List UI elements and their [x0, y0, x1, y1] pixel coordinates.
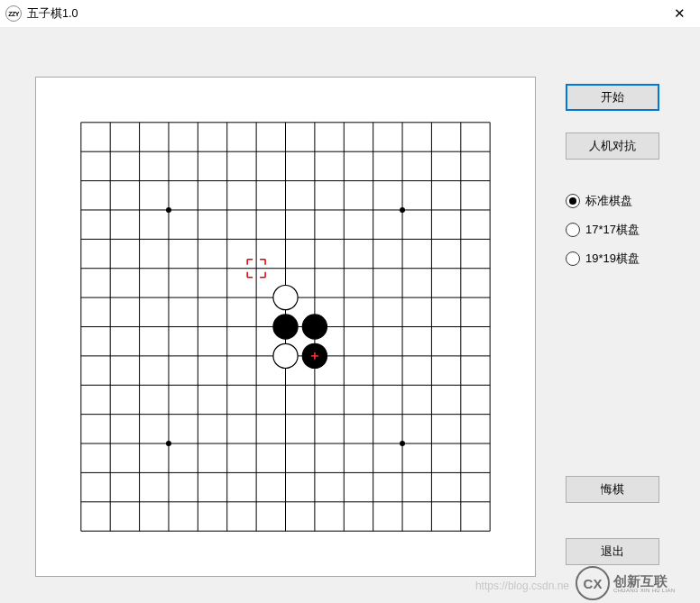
radio-icon — [566, 194, 580, 208]
watermark-logo-cn: 创新互联 — [613, 574, 675, 588]
svg-point-43 — [273, 286, 298, 310]
window-title: 五子棋1.0 — [27, 6, 659, 22]
radio-17[interactable]: 17*17棋盘 — [566, 222, 692, 238]
app-icon: ZZY — [5, 5, 22, 22]
close-icon[interactable]: ✕ — [659, 0, 700, 27]
client-area: 开始 人机对抗 标准棋盘17*17棋盘19*19棋盘 悔棋 退出 https:/… — [0, 27, 700, 603]
black-stone-last — [302, 343, 327, 368]
white-stone — [273, 286, 298, 310]
app-window: ZZY 五子棋1.0 ✕ 开始 人机对抗 标准棋盘17*17棋盘19*19棋盘 … — [0, 0, 700, 603]
radio-label: 17*17棋盘 — [585, 222, 640, 238]
undo-button[interactable]: 悔棋 — [566, 476, 659, 503]
board-size-radios: 标准棋盘17*17棋盘19*19棋盘 — [566, 193, 692, 279]
side-panel: 开始 人机对抗 标准棋盘17*17棋盘19*19棋盘 悔棋 退出 — [566, 27, 683, 603]
watermark-url: https://blog.csdn.ne — [475, 580, 569, 592]
radio-icon — [566, 251, 580, 266]
watermark-logo-abbr: CX — [576, 566, 610, 600]
svg-point-45 — [302, 315, 327, 339]
board-panel — [35, 77, 536, 577]
black-stone — [302, 315, 327, 339]
radio-label: 19*19棋盘 — [585, 251, 640, 267]
mode-button[interactable]: 人机对抗 — [566, 132, 659, 160]
svg-point-44 — [273, 315, 298, 339]
white-stone — [273, 343, 298, 368]
svg-point-46 — [273, 343, 298, 368]
titlebar: ZZY 五子棋1.0 ✕ — [0, 0, 700, 28]
svg-point-34 — [400, 441, 405, 446]
watermark-logo: CX 创新互联 CHUANG XIN HU LIAN — [576, 567, 693, 599]
svg-point-31 — [400, 207, 405, 213]
exit-button[interactable]: 退出 — [566, 538, 659, 565]
radio-standard[interactable]: 标准棋盘 — [566, 193, 692, 209]
watermark-logo-en: CHUANG XIN HU LIAN — [613, 588, 675, 593]
start-button[interactable]: 开始 — [566, 84, 659, 111]
black-stone — [273, 315, 298, 339]
radio-19[interactable]: 19*19棋盘 — [566, 251, 692, 267]
svg-point-30 — [166, 207, 171, 213]
radio-icon — [566, 223, 580, 237]
svg-point-33 — [166, 441, 171, 446]
go-board[interactable] — [36, 78, 535, 576]
radio-label: 标准棋盘 — [585, 193, 632, 209]
